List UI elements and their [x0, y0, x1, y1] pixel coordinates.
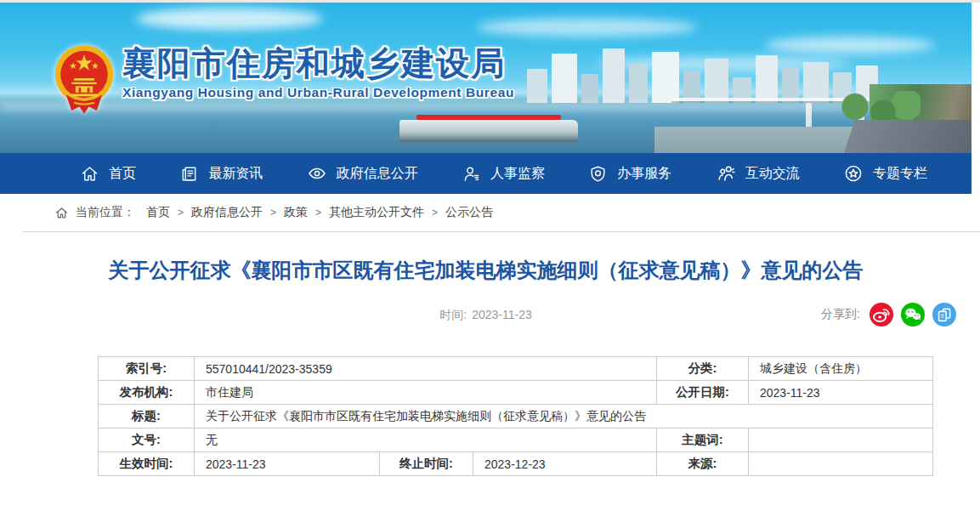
table-row: 标题: 关于公开征求《襄阳市市区既有住宅加装电梯实施细则（征求意见稿）》意见的公… — [99, 405, 933, 429]
road-graphic — [844, 120, 972, 153]
publish-date-value: 2023-11-23 — [749, 381, 933, 405]
keywords-label: 主题词: — [657, 429, 749, 452]
breadcrumb-prefix: 当前位置： — [76, 205, 135, 220]
breadcrumb-item-home[interactable]: 首页 — [146, 205, 170, 220]
nav-item-label: 最新资讯 — [208, 165, 263, 183]
pier-graphic — [399, 120, 578, 142]
wechat-icon[interactable] — [901, 303, 925, 326]
nav-item-personnel[interactable]: 人事监察 — [462, 164, 545, 184]
breadcrumb-separator: > — [432, 207, 438, 219]
nav-item-topics[interactable]: 专题专栏 — [843, 163, 927, 184]
weibo-icon[interactable] — [870, 303, 893, 326]
star-icon — [843, 163, 864, 184]
index-number-value: 557010441/2023-35359 — [195, 357, 657, 381]
table-row: 文号: 无 主题词: — [99, 429, 933, 452]
nav-item-label: 互动交流 — [745, 165, 800, 183]
source-value — [749, 452, 933, 476]
nav-item-label: 办事服务 — [617, 165, 671, 183]
nav-item-gov-info[interactable]: 政府信息公开 — [307, 163, 418, 184]
title-label: 标题: — [99, 405, 195, 429]
nav-item-label: 政府信息公开 — [337, 165, 418, 183]
breadcrumb-item-other-docs[interactable]: 其他主动公开文件 — [329, 205, 424, 220]
table-row: 发布机构: 市住建局 公开日期: 2023-11-23 — [99, 381, 933, 405]
divider — [23, 231, 980, 232]
people-icon — [716, 163, 736, 184]
main-nav: 首页 最新资讯 政府信息公开 人事监察 办事服务 互动交流 专题专栏 — [0, 153, 972, 194]
breadcrumb-item-announcements[interactable]: 公示公告 — [445, 205, 493, 220]
nav-item-interaction[interactable]: 互动交流 — [716, 163, 800, 184]
page: 襄阳市住房和城乡建设局 Xiangyang Housing and Urban-… — [0, 3, 972, 476]
copy-link-icon[interactable] — [932, 303, 956, 326]
breadcrumb-separator: > — [178, 207, 184, 219]
publish-date-label: 公开日期: — [657, 381, 749, 405]
home-icon — [80, 164, 99, 184]
nav-item-news[interactable]: 最新资讯 — [179, 164, 263, 184]
nav-item-services[interactable]: 办事服务 — [588, 164, 671, 184]
home-icon — [54, 206, 69, 220]
title-value: 关于公开征求《襄阳市市区既有住宅加装电梯实施细则（征求意见稿）》意见的公告 — [195, 405, 933, 429]
breadcrumb-item-gov-info[interactable]: 政府信息公开 — [191, 205, 263, 220]
time-label: 时间: — [439, 308, 467, 321]
page-title: 关于公开征求《襄阳市市区既有住宅加装电梯实施细则（征求意见稿）》意见的公告 — [101, 253, 870, 287]
nav-item-home[interactable]: 首页 — [80, 164, 136, 184]
end-date-value: 2023-12-23 — [473, 452, 657, 476]
keywords-value — [749, 429, 933, 452]
index-number-label: 索引号: — [99, 357, 195, 381]
news-icon — [179, 164, 199, 184]
document-meta-table: 索引号: 557010441/2023-35359 分类: 城乡建设（含住房） … — [98, 356, 933, 476]
nav-item-label: 专题专栏 — [873, 165, 927, 183]
national-emblem-logo — [53, 40, 116, 118]
time-value: 2023-11-23 — [472, 308, 532, 321]
site-subtitle: Xiangyang Housing and Urban-Rural Develo… — [122, 85, 514, 100]
nav-item-label: 首页 — [109, 165, 136, 183]
share-bar: 分享到: — [821, 303, 956, 326]
eye-icon — [307, 163, 327, 184]
effective-date-value: 2023-11-23 — [195, 452, 380, 476]
breadcrumb: 当前位置： 首页 > 政府信息公开 > 政策 > 其他主动公开文件 > 公示公告 — [0, 194, 972, 231]
issuing-agency-value: 市住建局 — [195, 381, 657, 405]
source-label: 来源: — [657, 452, 749, 476]
doc-number-label: 文号: — [99, 429, 195, 452]
end-date-label: 终止时间: — [380, 452, 473, 476]
table-row: 生效时间: 2023-11-23 终止时间: 2023-12-23 来源: — [99, 452, 933, 476]
site-brand[interactable]: 襄阳市住房和城乡建设局 Xiangyang Housing and Urban-… — [53, 40, 514, 118]
doc-number-value: 无 — [195, 429, 657, 452]
breadcrumb-separator: > — [270, 207, 276, 219]
category-label: 分类: — [657, 357, 749, 381]
person-icon — [462, 164, 481, 184]
effective-date-label: 生效时间: — [99, 452, 195, 476]
breadcrumb-item-policy[interactable]: 政策 — [284, 205, 308, 220]
shield-icon — [588, 164, 608, 184]
category-value: 城乡建设（含住房） — [749, 357, 933, 381]
issuing-agency-label: 发布机构: — [99, 381, 195, 405]
article-meta-row: 时间:2023-11-23 分享到: — [0, 303, 972, 328]
breadcrumb-separator: > — [315, 207, 321, 219]
table-row: 索引号: 557010441/2023-35359 分类: 城乡建设（含住房） — [99, 357, 933, 381]
nav-item-label: 人事监察 — [490, 165, 545, 183]
site-banner: 襄阳市住房和城乡建设局 Xiangyang Housing and Urban-… — [0, 3, 972, 153]
share-label: 分享到: — [821, 307, 860, 322]
site-title: 襄阳市住房和城乡建设局 — [122, 45, 514, 82]
